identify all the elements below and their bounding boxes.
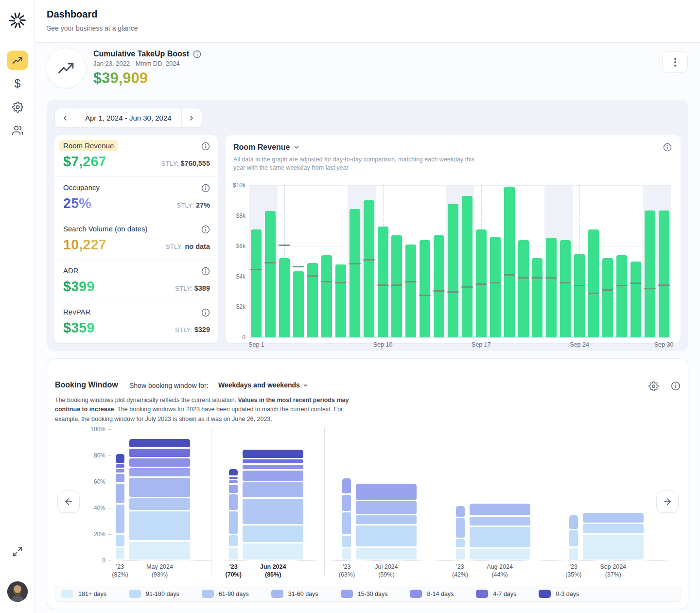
booking-bar-prior-year-segment[interactable]	[116, 548, 124, 560]
booking-bar-month-segment[interactable]	[129, 449, 190, 457]
revenue-bar[interactable]	[532, 258, 542, 337]
booking-bar-prior-year-segment[interactable]	[569, 548, 578, 560]
revenue-bar[interactable]	[560, 240, 571, 337]
booking-bar-prior-year-segment[interactable]	[456, 518, 465, 537]
user-avatar[interactable]	[7, 581, 28, 602]
booking-bar-month-segment[interactable]	[129, 511, 190, 540]
booking-bar-prior-year-segment[interactable]	[229, 535, 238, 546]
booking-bar-month-segment[interactable]	[129, 542, 190, 560]
booking-scroll-left-button[interactable]	[57, 490, 80, 513]
revenue-bar[interactable]	[630, 262, 641, 338]
revenue-bar[interactable]	[321, 255, 332, 337]
info-icon[interactable]	[201, 184, 210, 193]
revenue-bar[interactable]	[420, 240, 430, 337]
booking-bar-month-segment[interactable]	[129, 498, 190, 510]
previous-period-button[interactable]	[55, 108, 75, 127]
sidebar-item-settings[interactable]	[7, 97, 28, 117]
sidebar-item-analytics[interactable]	[7, 51, 28, 70]
booking-bar-month-segment[interactable]	[356, 484, 417, 500]
revenue-bar[interactable]	[307, 263, 318, 337]
revenue-bar[interactable]	[659, 210, 669, 337]
booking-bar-month-segment[interactable]	[356, 515, 417, 524]
booking-bar-month-segment[interactable]	[583, 524, 644, 534]
booking-bar-month-segment[interactable]	[129, 439, 190, 447]
info-icon[interactable]	[201, 225, 210, 234]
booking-bar-prior-year-segment[interactable]	[229, 480, 238, 483]
booking-bar-month-segment[interactable]	[243, 459, 303, 463]
booking-bar-month-segment[interactable]	[243, 525, 303, 542]
next-period-button[interactable]	[182, 108, 202, 127]
booking-bar-prior-year-segment[interactable]	[229, 469, 238, 475]
revenue-bar[interactable]	[616, 255, 627, 337]
booking-bar-prior-year-segment[interactable]	[569, 515, 578, 529]
booking-bar-month-segment[interactable]	[243, 471, 303, 481]
booking-bar-prior-year-segment[interactable]	[342, 548, 351, 560]
booking-bar-prior-year-segment[interactable]	[456, 539, 465, 547]
booking-bar-month-segment[interactable]	[129, 458, 190, 467]
info-icon[interactable]	[201, 142, 210, 151]
revenue-bar[interactable]	[490, 237, 501, 337]
revenue-bar[interactable]	[391, 235, 402, 337]
booking-bar-prior-year-segment[interactable]	[456, 549, 465, 560]
booking-bar-month-segment[interactable]	[129, 468, 190, 476]
date-range-label[interactable]: Apr 1, 2024 - Jun 30, 2024	[75, 108, 182, 127]
booking-bar-prior-year-segment[interactable]	[116, 505, 124, 533]
booking-bar-prior-year-segment[interactable]	[229, 548, 238, 560]
booking-bar-prior-year-segment[interactable]	[569, 530, 578, 546]
booking-bar-prior-year-segment[interactable]	[116, 535, 124, 546]
app-logo-icon[interactable]	[8, 11, 27, 30]
revenue-bar[interactable]	[350, 209, 360, 337]
booking-bar-prior-year-segment[interactable]	[116, 484, 124, 503]
info-icon[interactable]	[201, 308, 210, 317]
info-icon[interactable]	[193, 50, 201, 58]
booking-bar-month-segment[interactable]	[583, 535, 644, 560]
chart-metric-dropdown[interactable]: Room Revenue	[233, 143, 300, 152]
expand-icon[interactable]	[12, 546, 23, 557]
revenue-bar[interactable]	[265, 211, 276, 337]
booking-bar-month-segment[interactable]	[583, 513, 644, 523]
revenue-bar[interactable]	[335, 264, 346, 337]
booking-bar-prior-year-segment[interactable]	[116, 469, 124, 473]
booking-bar-month-segment[interactable]	[243, 450, 303, 458]
booking-bar-prior-year-segment[interactable]	[456, 506, 465, 517]
booking-bar-prior-year-segment[interactable]	[116, 474, 124, 482]
revenue-bar[interactable]	[645, 210, 655, 337]
revenue-bar[interactable]	[293, 271, 304, 337]
revenue-bar[interactable]	[574, 254, 585, 337]
revenue-bar[interactable]	[378, 227, 388, 337]
booking-bar-month-segment[interactable]	[470, 527, 530, 547]
revenue-bar[interactable]	[462, 196, 472, 337]
sidebar-item-users[interactable]	[7, 121, 28, 140]
revenue-bar[interactable]	[405, 245, 416, 337]
summary-menu-button[interactable]	[662, 51, 688, 73]
booking-bar-month-segment[interactable]	[243, 482, 303, 497]
revenue-bar[interactable]	[602, 258, 613, 337]
booking-bar-prior-year-segment[interactable]	[116, 464, 124, 468]
booking-bar-month-segment[interactable]	[356, 525, 417, 546]
booking-bar-prior-year-segment[interactable]	[342, 478, 351, 493]
booking-bar-month-segment[interactable]	[356, 548, 417, 560]
booking-bar-month-segment[interactable]	[470, 517, 530, 526]
booking-bar-prior-year-segment[interactable]	[342, 512, 351, 534]
booking-bar-month-segment[interactable]	[243, 543, 303, 560]
info-icon[interactable]	[663, 143, 672, 152]
booking-bar-prior-year-segment[interactable]	[229, 485, 238, 492]
booking-bar-month-segment[interactable]	[470, 549, 530, 560]
booking-bar-month-segment[interactable]	[243, 465, 303, 469]
sidebar-item-revenue[interactable]: $	[7, 74, 28, 93]
booking-bar-prior-year-segment[interactable]	[229, 511, 238, 534]
booking-bar-month-segment[interactable]	[129, 478, 190, 497]
revenue-bar[interactable]	[448, 204, 458, 337]
info-icon[interactable]	[201, 267, 210, 276]
booking-bar-prior-year-segment[interactable]	[229, 494, 238, 510]
booking-bar-month-segment[interactable]	[356, 501, 417, 514]
booking-bar-prior-year-segment[interactable]	[342, 495, 351, 510]
booking-bar-month-segment[interactable]	[470, 504, 530, 516]
revenue-bar[interactable]	[588, 229, 599, 337]
revenue-bar[interactable]	[434, 235, 444, 337]
revenue-bar[interactable]	[518, 240, 529, 337]
revenue-bar[interactable]	[504, 187, 515, 337]
booking-scroll-right-button[interactable]	[656, 490, 679, 513]
booking-bar-prior-year-segment[interactable]	[116, 454, 124, 463]
booking-bar-prior-year-segment[interactable]	[342, 536, 351, 547]
